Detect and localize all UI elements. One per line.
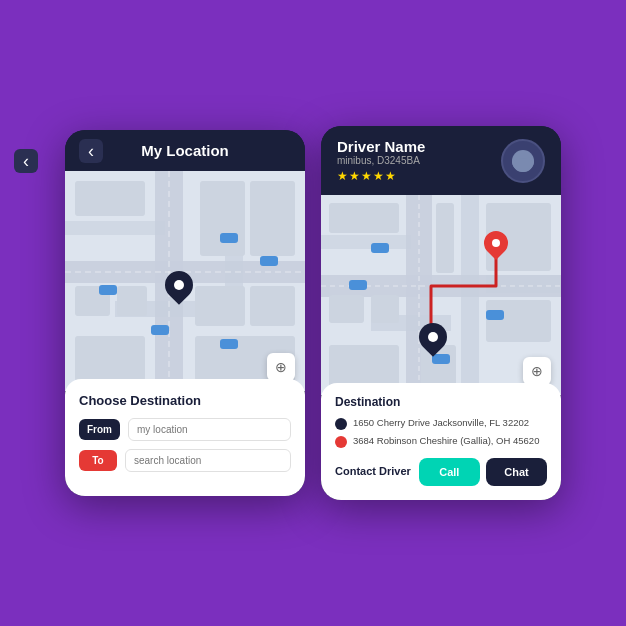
- from-row: From: [79, 418, 291, 441]
- svg-rect-10: [250, 181, 295, 256]
- car-s2-1: [371, 243, 389, 253]
- driver-avatar: [501, 139, 545, 183]
- car-2: [99, 285, 117, 295]
- svg-rect-29: [486, 300, 551, 342]
- location-pin-screen1: [165, 271, 193, 299]
- destination-title: Destination: [335, 395, 547, 409]
- driver-sub: minibus, D3245BA: [337, 155, 491, 166]
- screen1-bottom: Choose Destination From To: [65, 379, 305, 496]
- svg-rect-24: [329, 203, 399, 233]
- svg-rect-27: [436, 203, 454, 273]
- choose-destination-title: Choose Destination: [79, 393, 291, 408]
- svg-rect-6: [75, 181, 145, 216]
- contact-section: Contact Driver Call Chat: [335, 458, 547, 486]
- crosshair-button-screen2[interactable]: ⊕: [523, 357, 551, 385]
- dest-icon-dark: [335, 418, 347, 430]
- to-row: To: [79, 449, 291, 472]
- car-s2-3: [486, 310, 504, 320]
- pin-dark-inner: [174, 280, 184, 290]
- svg-rect-21: [321, 235, 411, 249]
- pin-red-inner-s2: [492, 239, 500, 247]
- svg-rect-20: [461, 195, 479, 395]
- dest-row-1: 1650 Cherry Drive Jacksonville, FL 32202: [335, 417, 547, 430]
- end-pin: [484, 231, 508, 255]
- svg-rect-8: [117, 286, 147, 316]
- from-input[interactable]: [128, 418, 291, 441]
- avatar-icon: [512, 150, 534, 172]
- svg-rect-30: [329, 345, 399, 387]
- driver-stars: ★★★★★: [337, 169, 491, 183]
- pin-dark-s2: [413, 317, 453, 357]
- screen2: Driver Name minibus, D3245BA ★★★★★: [321, 126, 561, 500]
- to-label: To: [79, 450, 117, 471]
- dest-icon-red: [335, 436, 347, 448]
- screen1-header: My Location: [65, 130, 305, 171]
- dest-address-2: 3684 Robinson Cheshire (Gallia), OH 4562…: [353, 435, 539, 447]
- car-s2-4: [432, 354, 450, 364]
- car-1: [220, 233, 238, 243]
- screen1: My Location: [65, 130, 305, 496]
- driver-name: Driver Name: [337, 138, 491, 155]
- svg-rect-12: [250, 286, 295, 326]
- car-3: [260, 256, 278, 266]
- back-button-screen1[interactable]: [79, 139, 103, 163]
- pin-red-s2: [479, 226, 513, 260]
- call-button[interactable]: Call: [419, 458, 480, 486]
- svg-rect-9: [200, 181, 245, 256]
- svg-rect-5: [65, 221, 165, 235]
- contact-buttons: Call Chat: [419, 458, 547, 486]
- dest-row-2: 3684 Robinson Cheshire (Gallia), OH 4562…: [335, 435, 547, 448]
- driver-info: Driver Name minibus, D3245BA ★★★★★: [337, 138, 491, 183]
- svg-rect-26: [371, 295, 399, 323]
- svg-rect-13: [75, 336, 145, 381]
- map-screen1: ⊕: [65, 171, 305, 391]
- from-label: From: [79, 419, 120, 440]
- screens-container: My Location: [65, 126, 561, 500]
- pin-dark: [159, 265, 199, 305]
- pin-dark-inner-s2: [428, 332, 438, 342]
- start-pin: [419, 323, 447, 351]
- map-screen2: ⊕: [321, 195, 561, 395]
- screen2-bottom: Destination 1650 Cherry Drive Jacksonvil…: [321, 383, 561, 500]
- svg-rect-23: [486, 275, 561, 293]
- dest-address-1: 1650 Cherry Drive Jacksonville, FL 32202: [353, 417, 529, 429]
- svg-rect-11: [195, 286, 245, 326]
- car-4: [151, 325, 169, 335]
- screen2-header: Driver Name minibus, D3245BA ★★★★★: [321, 126, 561, 195]
- car-s2-2: [349, 280, 367, 290]
- svg-rect-25: [329, 295, 364, 323]
- contact-driver-label: Contact Driver: [335, 465, 411, 478]
- to-input[interactable]: [125, 449, 291, 472]
- screen1-title: My Location: [141, 142, 229, 159]
- car-5: [220, 339, 238, 349]
- crosshair-button-screen1[interactable]: ⊕: [267, 353, 295, 381]
- chat-button[interactable]: Chat: [486, 458, 547, 486]
